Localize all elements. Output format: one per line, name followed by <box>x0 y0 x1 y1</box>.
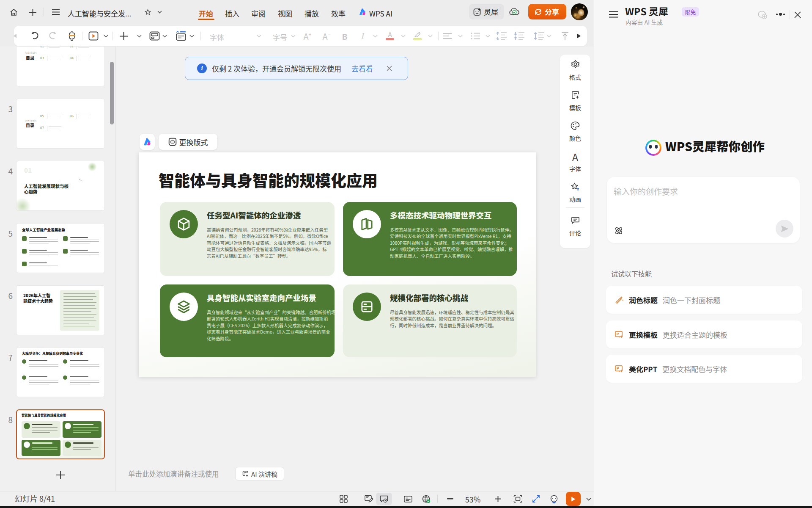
svg-text:P: P <box>617 332 619 336</box>
svg-text:P: P <box>617 366 619 370</box>
